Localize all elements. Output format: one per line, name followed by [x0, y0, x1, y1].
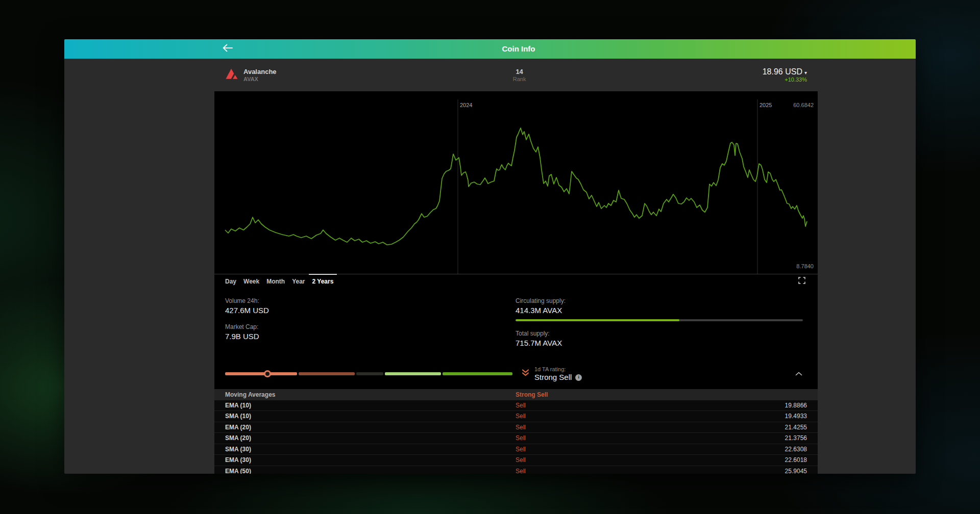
moving-averages-title: Moving Averages: [225, 391, 516, 398]
indicator-signal: Sell: [516, 446, 785, 453]
table-row: EMA (10)Sell19.8866: [214, 400, 818, 412]
table-row: EMA (30)Sell22.6018: [214, 455, 818, 466]
table-row: SMA (20)Sell21.3756: [214, 433, 818, 444]
coin-summary-row: Avalanche AVAX 14 Rank 18.96 USD▾ +10.33…: [214, 59, 818, 91]
gauge-segment-strong-buy: [443, 372, 512, 375]
indicator-name: SMA (30): [225, 446, 516, 453]
ta-gauge: [225, 369, 512, 378]
coin-symbol: AVAX: [243, 76, 277, 82]
arrow-left-icon: [222, 42, 234, 56]
circulating-supply-stat: Circulating supply: 414.3M AVAX: [516, 297, 807, 321]
info-icon[interactable]: i: [575, 374, 582, 381]
chart-low-label: 8.7840: [796, 263, 814, 269]
tab-2-years[interactable]: 2 Years: [309, 274, 337, 288]
table-row: SMA (10)Sell19.4933: [214, 411, 818, 422]
indicator-value: 22.6308: [785, 446, 807, 453]
indicator-value: 19.8866: [785, 402, 807, 409]
indicator-value: 25.9045: [785, 468, 807, 474]
table-row: EMA (20)Sell21.4255: [214, 422, 818, 433]
volume-24h-stat: Volume 24h: 427.6M USD: [225, 297, 516, 315]
market-cap-label: Market Cap:: [225, 323, 516, 330]
price-chart[interactable]: 2024202560.68428.7840: [214, 91, 818, 274]
volume-24h-value: 427.6M USD: [225, 306, 516, 315]
total-supply-label: Total supply:: [516, 330, 807, 337]
coin-identity: Avalanche AVAX: [225, 68, 277, 82]
time-range-tabs: DayWeekMonthYear2 Years: [222, 274, 337, 288]
stats-right-column: Circulating supply: 414.3M AVAX Total su…: [516, 297, 807, 356]
moving-averages-header-row: Moving Averages Strong Sell: [214, 389, 818, 400]
table-row: SMA (30)Sell22.6308: [214, 444, 818, 455]
indicator-signal: Sell: [516, 456, 785, 464]
stats-left-column: Volume 24h: 427.6M USD Market Cap: 7.9B …: [225, 297, 516, 356]
moving-averages-table-body: EMA (10)Sell19.8866SMA (10)Sell19.4933EM…: [214, 400, 818, 474]
ta-gauge-marker: [264, 370, 271, 377]
price-chart-svg: 2024202560.68428.7840: [214, 91, 818, 274]
chart-controls-row: DayWeekMonthYear2 Years: [214, 274, 818, 288]
price-value: 18.96 USD: [763, 67, 802, 76]
tab-month[interactable]: Month: [263, 274, 288, 288]
market-cap-value: 7.9B USD: [225, 332, 516, 341]
chevron-up-icon: [795, 369, 803, 378]
gauge-segment-sell: [299, 372, 354, 375]
indicator-signal: Sell: [516, 424, 785, 431]
indicator-signal: Sell: [516, 402, 785, 409]
coin-name: Avalanche: [243, 68, 277, 76]
gauge-segment-buy: [385, 372, 442, 375]
price-line-series: [225, 128, 807, 245]
circulating-supply-value: 414.3M AVAX: [516, 306, 807, 315]
supply-progress-fill: [516, 319, 679, 321]
indicator-value: 19.4933: [785, 413, 807, 420]
coin-rank-block: 14 Rank: [513, 68, 526, 82]
indicator-signal: Sell: [516, 434, 785, 442]
tab-day[interactable]: Day: [222, 274, 240, 288]
tab-year[interactable]: Year: [288, 274, 308, 288]
indicator-value: 21.4255: [785, 424, 807, 431]
indicator-name: SMA (20): [225, 434, 516, 442]
price-change-badge: +10.33%: [763, 76, 807, 83]
chart-high-label: 60.6842: [793, 102, 814, 108]
rank-label: Rank: [513, 76, 526, 82]
stats-grid: Volume 24h: 427.6M USD Market Cap: 7.9B …: [214, 288, 818, 362]
market-cap-stat: Market Cap: 7.9B USD: [225, 323, 516, 341]
indicator-value: 21.3756: [785, 434, 807, 442]
indicator-signal: Sell: [516, 468, 785, 474]
fullscreen-icon: [798, 277, 805, 286]
back-button[interactable]: [217, 39, 238, 59]
coin-info-window: Coin Info Avalanche AVAX 14 Rank 18.96 U…: [64, 39, 916, 474]
coin-price-block: 18.96 USD▾ +10.33%: [763, 67, 807, 83]
ta-rating-section: 1d TA rating: Strong Sell i: [214, 362, 818, 387]
ta-rating-value: Strong Sell: [534, 373, 572, 382]
indicator-value: 22.6018: [785, 456, 807, 464]
ta-rating-summary: 1d TA rating: Strong Sell i: [516, 366, 807, 382]
gauge-segment-strong-sell: [225, 372, 297, 375]
rank-value: 14: [513, 68, 526, 76]
moving-averages-summary-signal: Strong Sell: [516, 391, 807, 398]
content-panel: 2024202560.68428.7840 DayWeekMonthYear2 …: [214, 91, 818, 474]
coin-name-block: Avalanche AVAX: [243, 68, 277, 82]
volume-24h-label: Volume 24h:: [225, 297, 516, 304]
indicator-name: EMA (20): [225, 424, 516, 431]
page-title: Coin Info: [502, 39, 535, 59]
year-axis-label: 2024: [460, 102, 472, 108]
year-axis-label: 2025: [760, 102, 772, 108]
indicator-signal: Sell: [516, 413, 785, 420]
total-supply-stat: Total supply: 715.7M AVAX: [516, 330, 807, 347]
double-chevron-down-icon: [521, 369, 530, 379]
supply-progress-bar: [516, 319, 803, 321]
collapse-section-button[interactable]: [793, 368, 805, 380]
indicator-name: EMA (50): [225, 468, 516, 474]
indicator-name: EMA (30): [225, 456, 516, 464]
ta-rating-texts: 1d TA rating: Strong Sell i: [534, 366, 582, 382]
indicator-name: SMA (10): [225, 413, 516, 420]
tab-week[interactable]: Week: [240, 274, 263, 288]
caret-down-icon: ▾: [804, 70, 807, 75]
fullscreen-button[interactable]: [796, 276, 807, 287]
circulating-supply-label: Circulating supply:: [516, 297, 807, 304]
price-currency-selector[interactable]: 18.96 USD▾: [763, 67, 807, 76]
table-row: EMA (50)Sell25.9045: [214, 466, 818, 474]
total-supply-value: 715.7M AVAX: [516, 339, 807, 347]
indicator-name: EMA (10): [225, 402, 516, 409]
app-header-bar: Coin Info: [64, 39, 916, 59]
ta-period-label: 1d TA rating:: [534, 366, 582, 372]
gauge-segment-neutral: [356, 372, 383, 375]
